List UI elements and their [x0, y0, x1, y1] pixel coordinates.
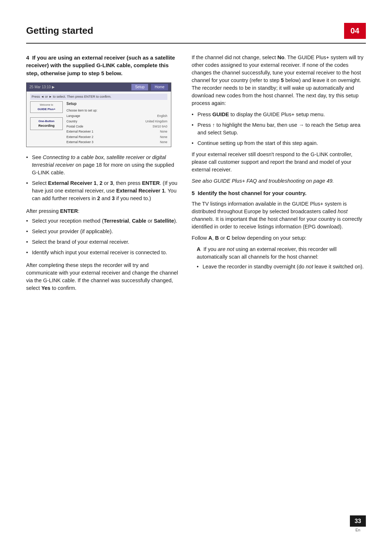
section-a: A If you are not using an external recei… [197, 246, 366, 271]
bullet-continue-setting: Continue setting up from the start of th… [192, 139, 366, 147]
screen-left-panel: Welcome to GUIDE Plus+ One-Button Record… [30, 101, 63, 131]
screen-body: Press ◄ or ► to select. Then press ENTER… [26, 92, 171, 147]
right-column: If the channel did not change, select No… [192, 54, 366, 296]
screen-item-language: LanguageEnglish [66, 113, 167, 118]
bullet-leave-standby: Leave the recorder in standby overnight … [197, 263, 366, 271]
screen-choose-label: Choose item to set up: [66, 108, 167, 113]
side-box-1-welcome: Welcome to [32, 103, 61, 107]
bullet-press-up: Press ↑ to highlight the Menu bar, then … [192, 121, 366, 137]
bullet-reception-method: Select your reception method (Terrestria… [26, 217, 179, 225]
screen-item-ext1: External Receiver 1None [66, 129, 167, 134]
see-also: See also GUIDE Plus+ FAQ and troubleshoo… [192, 177, 366, 185]
screen-item-ext2: External Receiver 2None [66, 134, 167, 139]
section-a-bullets: Leave the recorder in standby overnight … [197, 263, 366, 271]
step5-heading: 5 Identify the host channel for your cou… [192, 189, 366, 197]
screen-menu-title: Setup [66, 101, 167, 107]
bullet-identify-input: Identify which input your external recei… [26, 249, 179, 256]
step5-para: The TV listings information available in… [192, 200, 366, 231]
page-header: Getting started 04 [26, 22, 366, 44]
left-column: 4 If you are using an external receiver … [26, 54, 179, 296]
chapter-title: Getting started [26, 22, 100, 40]
screen-right-panel: Setup Choose item to set up: LanguageEng… [66, 101, 167, 145]
page-lang: En [355, 527, 360, 533]
bullets-after-enter: Select your reception method (Terrestria… [26, 217, 179, 256]
after-pressing-label: After pressing ENTER: [26, 207, 179, 215]
screen-instruction: Press ◄ or ► to select. Then press ENTER… [30, 94, 167, 100]
screen-tab-home: Home [151, 84, 168, 91]
bullet-select-external: Select External Receiver 1, 2 or 3, then… [26, 179, 179, 202]
page-footer: 33 En [350, 515, 366, 533]
step4-heading: 4 If you are using an external receiver … [26, 54, 179, 77]
side-box-1-logo: GUIDE Plus+ [32, 107, 61, 112]
side-box-2-recording: Recording [32, 123, 61, 128]
bullet-press-guide: Press GUIDE to display the GUIDE Plus+ s… [192, 111, 366, 118]
screen-tabs: Setup Home [131, 84, 168, 91]
screen-topbar-time: 25 Mar 13:10 ▶ [29, 85, 55, 90]
screen-item-country: CountryUnited Kingdom [66, 119, 167, 124]
chapter-number: 04 [344, 23, 366, 39]
right-bullets: Press GUIDE to display the GUIDE Plus+ s… [192, 111, 366, 147]
screen-side-box-1: Welcome to GUIDE Plus+ [30, 101, 63, 113]
follow-para: Follow A, B or C below depending on your… [192, 234, 366, 242]
screen-side-box-2: One-Button Recording [30, 117, 63, 130]
content-columns: 4 If you are using an external receiver … [26, 54, 366, 296]
screen-tab-setup: Setup [131, 84, 148, 91]
after-steps-para: After completing these steps the recorde… [26, 262, 179, 292]
if-still-para: If your external receiver still doesn't … [192, 151, 366, 174]
side-box-2-one-button: One-Button [32, 119, 61, 123]
right-intro-para: If the channel did not change, select No… [192, 54, 366, 107]
page-container: Getting started 04 4 If you are using an… [0, 0, 392, 555]
screen-item-postal: Postal CodeSW10 9A0 [66, 124, 167, 129]
bullet-provider: Select your provider (if applicable). [26, 228, 179, 235]
left-bullets-top: See Connecting to a cable box, satellite… [26, 154, 179, 202]
bullet-see-connecting: See Connecting to a cable box, satellite… [26, 154, 179, 177]
screen-item-ext3: External Receiver 3None [66, 139, 167, 145]
screen-topbar: 25 Mar 13:10 ▶ Setup Home [26, 83, 171, 92]
page-number: 33 [350, 515, 366, 527]
bullet-brand: Select the brand of your external receiv… [26, 238, 179, 246]
setup-screen: 25 Mar 13:10 ▶ Setup Home Press ◄ or ► t… [26, 82, 171, 147]
section-a-label-text: A If you are not using an external recei… [197, 246, 366, 261]
